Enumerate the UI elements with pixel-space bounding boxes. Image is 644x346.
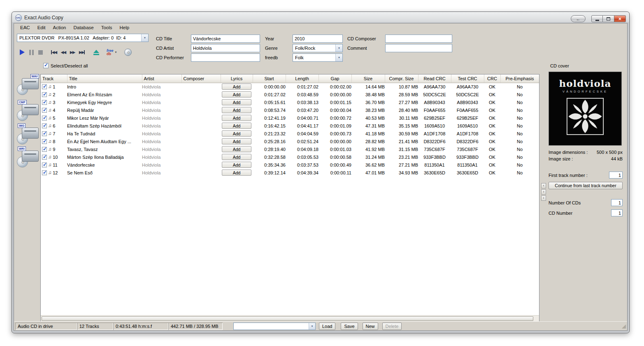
menu-tools[interactable]: Tools [98, 24, 116, 31]
add-lyrics-button[interactable]: Add [222, 162, 251, 168]
number-of-cds-input[interactable] [611, 199, 623, 206]
new-button[interactable]: New [363, 323, 378, 330]
freedb-genre-select[interactable]: Folk ▼ [293, 53, 343, 62]
track-checkbox[interactable]: ✓ [42, 155, 47, 160]
column-header-length[interactable]: Length [286, 74, 319, 83]
cd-number-input[interactable] [611, 209, 623, 216]
table-row[interactable]: ✓♫1IntroHoldviolaAdd0:00:00.000:01:27.02… [41, 83, 539, 91]
table-row[interactable]: ✓♫12Se Nem EsőHoldviolaAdd0:39:12.140:04… [41, 169, 539, 176]
table-row[interactable]: ✓♫5Mikor Lesz Már NyárHoldviolaAdd0:12:4… [41, 114, 539, 122]
cd-artist-input[interactable] [191, 44, 260, 52]
close-button[interactable]: × [614, 15, 626, 22]
column-header-lyrics[interactable]: Lyrics [221, 74, 253, 83]
column-header-size[interactable]: Size [351, 74, 385, 83]
continue-from-last-track-button[interactable]: Continue from last track number [549, 182, 623, 189]
cd-performer-input[interactable] [191, 53, 260, 62]
column-header-gap[interactable]: Gap [319, 74, 351, 83]
table-row[interactable]: ✓♫9Tavasz, TavaszHoldviolaAdd0:28:19.400… [41, 145, 539, 153]
comment-input[interactable] [385, 44, 452, 52]
metadata-profile-select[interactable]: ▼ [233, 323, 316, 330]
first-track-number-input[interactable] [609, 172, 623, 179]
table-row[interactable]: ✓♫6Elindultam Szép HazámbólHoldviolaAdd0… [41, 122, 539, 130]
add-lyrics-button[interactable]: Add [222, 154, 251, 160]
rewind-button[interactable]: ◀◀ [59, 50, 68, 54]
copy-image-button[interactable]: IMG [17, 123, 39, 145]
track-checkbox[interactable]: ✓ [42, 123, 47, 128]
read-wav-button[interactable]: WAV [17, 74, 39, 96]
column-header-composer[interactable]: Composer [181, 74, 221, 83]
stop-button[interactable] [36, 50, 45, 55]
drive-selector[interactable]: PLEXTOR DVDR PX-891SA 1.02 Adapter: 0 ID… [17, 34, 149, 42]
menu-action[interactable]: Action [49, 24, 70, 31]
column-header-test-crc[interactable]: Test CRC [451, 74, 484, 83]
table-row[interactable]: ✓♫7Ha Te TudnádHoldviolaAdd0:21:23.320:0… [41, 130, 539, 137]
splitter-collapse-button-2[interactable]: ‹ [541, 195, 546, 201]
cd-composer-input[interactable] [385, 35, 452, 43]
track-checkbox[interactable]: ✓ [42, 84, 47, 89]
track-checkbox[interactable]: ✓ [42, 163, 47, 167]
track-checkbox[interactable]: ✓ [42, 100, 47, 105]
column-header-artist[interactable]: Artist [142, 74, 181, 83]
add-lyrics-button[interactable]: Add [222, 138, 251, 144]
column-header-pre-emphasis[interactable]: Pre-Emphasis [500, 74, 539, 83]
scrollbar-thumb[interactable] [42, 316, 533, 321]
menu-eac[interactable]: EAC [16, 24, 34, 31]
menu-edit[interactable]: Edit [34, 24, 49, 31]
save-button[interactable]: Save [341, 323, 358, 330]
splitter-expand-button[interactable]: › [541, 189, 546, 195]
load-button[interactable]: Load [319, 323, 335, 330]
maximize-button[interactable] [603, 15, 614, 22]
add-lyrics-button[interactable]: Add [222, 130, 251, 137]
table-row[interactable]: ✓♫11VándorfecskeHoldviolaAdd0:35:34.360:… [41, 161, 539, 169]
add-lyrics-button[interactable]: Add [222, 91, 251, 98]
column-header-title[interactable]: Title [67, 74, 142, 83]
add-lyrics-button[interactable]: Add [222, 115, 251, 121]
add-lyrics-button[interactable]: Add [222, 170, 251, 176]
minimize-button[interactable] [591, 15, 603, 22]
cd-cover-image[interactable]: holdviola VÁNDORFECSKE [549, 72, 622, 146]
play-button[interactable] [18, 49, 27, 55]
track-checkbox[interactable]: ✓ [42, 92, 47, 97]
table-row[interactable]: ✓♫3Kimegyek Egy HegyreHoldviolaAdd0:05:1… [41, 98, 539, 106]
menu-database[interactable]: Database [70, 24, 97, 31]
track-checkbox[interactable]: ✓ [42, 108, 47, 113]
track-checkbox[interactable]: ✓ [42, 139, 47, 144]
table-row[interactable]: ✓♫2Elment Az Én RózsámHoldviolaAdd0:01:2… [41, 91, 539, 98]
eject-button[interactable] [93, 50, 99, 55]
add-lyrics-button[interactable]: Add [222, 99, 251, 105]
pause-button[interactable] [27, 50, 36, 55]
add-lyrics-button[interactable]: Add [222, 84, 251, 90]
cd-database-button[interactable] [124, 49, 132, 56]
write-cd-button[interactable]: WRI [17, 146, 39, 168]
menu-help[interactable]: Help [116, 24, 133, 31]
freedb-dropdown-icon[interactable]: ▼ [115, 51, 117, 53]
track-checkbox[interactable]: ✓ [42, 116, 47, 121]
horizontal-scrollbar[interactable] [41, 315, 539, 321]
add-lyrics-button[interactable]: Add [222, 123, 251, 129]
track-checkbox[interactable]: ✓ [42, 131, 47, 136]
track-checkbox[interactable]: ✓ [42, 170, 47, 175]
resize-grip[interactable]: ◢ [622, 323, 626, 329]
skip-end-button[interactable]: ▶▶ [77, 50, 87, 54]
compressed-copy-button[interactable]: CMP [17, 100, 39, 122]
year-input[interactable] [293, 35, 343, 43]
column-header-crc[interactable]: CRC [484, 74, 500, 83]
back-arrow-button[interactable]: ← [571, 15, 586, 22]
skip-start-button[interactable]: ◀◀ [49, 50, 59, 54]
column-header-start[interactable]: Start [253, 74, 286, 83]
add-lyrics-button[interactable]: Add [222, 146, 251, 152]
track-checkbox[interactable]: ✓ [42, 147, 47, 152]
add-lyrics-button[interactable]: Add [222, 107, 251, 113]
column-header-read-crc[interactable]: Read CRC [418, 74, 451, 83]
fast-forward-button[interactable]: ▶▶ [68, 50, 77, 54]
column-header-track[interactable]: Track [41, 74, 67, 83]
delete-button[interactable]: Delete [382, 323, 402, 330]
table-row[interactable]: ✓♫10Márton Szép Ilona BalladájaHoldviola… [41, 153, 539, 161]
table-row[interactable]: ✓♫8Én Az Éjjel Nem Aludtam Egy ...Holdvi… [41, 137, 539, 145]
titlebar[interactable]: EAC Exact Audio Copy ← × [12, 12, 629, 23]
table-row[interactable]: ✓♫4Repülj MadárHoldviolaAdd0:08:53.740:0… [41, 106, 539, 114]
genre-select[interactable]: Folk/Rock ▼ [293, 44, 343, 52]
cd-title-input[interactable] [191, 35, 260, 43]
splitter-collapse-button[interactable]: ‹ [541, 183, 546, 188]
freedb-button[interactable]: free db ▼ [107, 49, 117, 56]
